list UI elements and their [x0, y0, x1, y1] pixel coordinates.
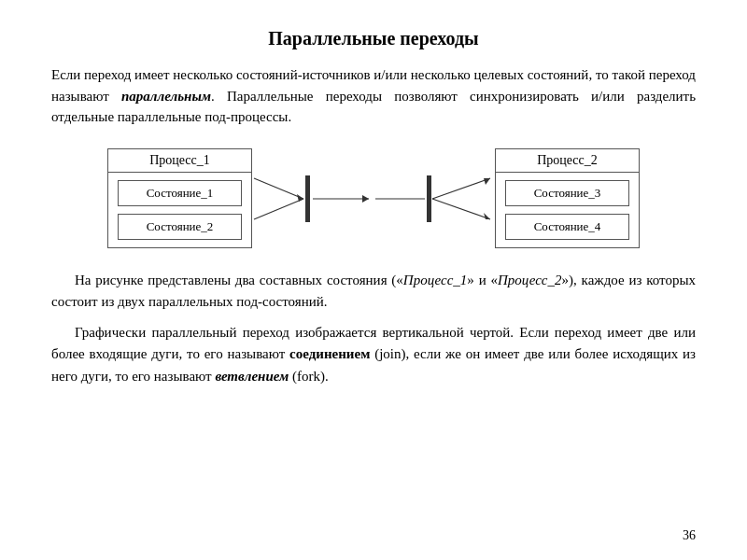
state1: Состояние_1	[118, 180, 242, 206]
svg-rect-7	[427, 175, 431, 222]
body-paragraph-2: Графически параллельный переход изобража…	[51, 322, 696, 387]
left-connector	[252, 143, 374, 255]
svg-rect-5	[305, 175, 310, 222]
svg-marker-9	[484, 178, 490, 185]
body1-text-start: На рисунке представлены два составных со…	[75, 273, 403, 287]
state4: Состояние_4	[505, 214, 629, 240]
arrows-svg-left	[252, 143, 374, 255]
parallel-term: параллельным	[121, 89, 211, 104]
svg-line-0	[254, 178, 303, 199]
fork-term: ветвлением	[215, 369, 289, 384]
page-number: 36	[683, 528, 696, 543]
intro-paragraph: Если переход имеет несколько состояний-и…	[51, 64, 696, 128]
process2-ref: Процесс_2	[498, 273, 561, 287]
process1-title: Процесс_1	[108, 149, 251, 173]
right-connector	[374, 143, 495, 255]
process2-box: Процесс_2 Состояние_3 Состояние_4	[495, 148, 640, 248]
body-paragraph-1: На рисунке представлены два составных со…	[51, 270, 696, 314]
body1-text-mid: » и «	[467, 273, 498, 287]
svg-line-10	[432, 199, 490, 219]
body2-text-end: (fork).	[289, 369, 328, 384]
arrows-svg-right	[374, 143, 495, 255]
svg-line-8	[432, 178, 490, 199]
svg-line-1	[254, 199, 303, 219]
page-title: Параллельные переходы	[51, 28, 696, 49]
svg-marker-4	[362, 195, 369, 203]
process1-states: Состояние_1 Состояние_2	[108, 173, 251, 247]
process1-ref: Процесс_1	[403, 273, 467, 287]
process2-title: Процесс_2	[496, 149, 639, 173]
state2: Состояние_2	[118, 214, 242, 240]
join-term: соединением	[289, 346, 370, 361]
svg-marker-11	[484, 213, 490, 219]
state3: Состояние_3	[505, 180, 629, 206]
page: Параллельные переходы Если переход имеет…	[0, 0, 747, 560]
diagram-area: Процесс_1 Состояние_1 Состояние_2	[51, 143, 696, 255]
process1-box: Процесс_1 Состояние_1 Состояние_2	[107, 148, 252, 248]
process2-states: Состояние_3 Состояние_4	[496, 173, 639, 247]
